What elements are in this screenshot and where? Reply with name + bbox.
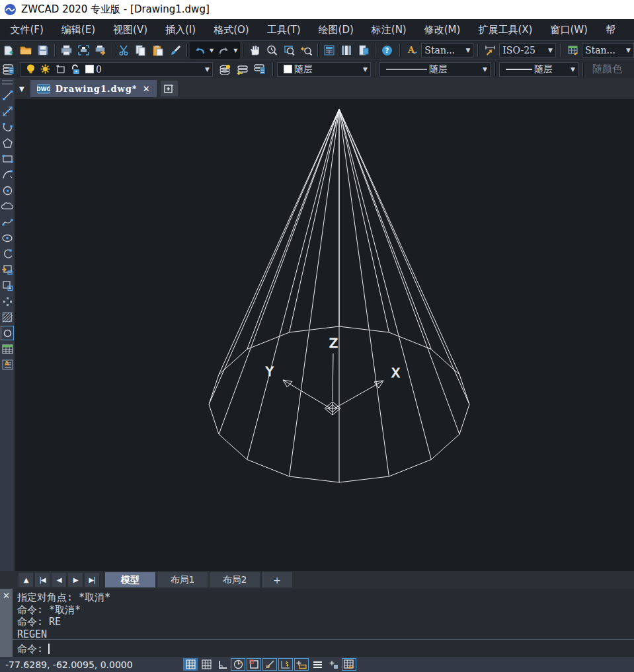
undo-dropdown[interactable]: ▼ bbox=[208, 48, 215, 54]
match-properties-button[interactable] bbox=[167, 42, 184, 58]
plot-button[interactable] bbox=[58, 42, 75, 58]
insert-block-tool[interactable] bbox=[0, 262, 15, 278]
first-tab-button[interactable]: |◀ bbox=[35, 573, 50, 587]
layer-combo[interactable]: 0 ▼ bbox=[20, 62, 213, 77]
rectangle-tool[interactable] bbox=[0, 151, 15, 167]
zoom-realtime-button[interactable] bbox=[263, 42, 280, 58]
object-snap-toggle[interactable] bbox=[247, 658, 261, 671]
menu-insert[interactable]: 插入(I) bbox=[157, 19, 205, 40]
drawing-canvas[interactable]: Z Y X bbox=[15, 99, 634, 571]
construction-line-tool[interactable] bbox=[0, 103, 15, 119]
dim-style-combo[interactable]: ISO-25▼ bbox=[499, 43, 556, 57]
layer-unlock-icon[interactable] bbox=[71, 64, 80, 75]
plot-preview-button[interactable] bbox=[75, 42, 92, 58]
annotation-scale-button[interactable] bbox=[326, 658, 340, 671]
close-tab-icon[interactable]: ✕ bbox=[143, 84, 150, 94]
tab-layout2[interactable]: 布局2 bbox=[210, 572, 260, 587]
prev-tab-button[interactable]: ◀ bbox=[52, 573, 66, 587]
mtext-tool[interactable]: A bbox=[0, 357, 15, 373]
linetype-combo[interactable]: 随层 ▼ bbox=[379, 62, 491, 77]
toolbar-grip[interactable] bbox=[2, 80, 13, 85]
menu-express-tools[interactable]: 扩展工具(X) bbox=[469, 19, 541, 40]
tool-palettes-button[interactable] bbox=[338, 42, 355, 58]
design-center-button[interactable] bbox=[355, 42, 372, 58]
layer-vp-freeze-icon[interactable] bbox=[56, 64, 65, 74]
pan-button[interactable] bbox=[246, 42, 263, 58]
layer-manager-button[interactable] bbox=[0, 61, 17, 77]
layer-on-icon[interactable] bbox=[26, 64, 35, 74]
document-tab-drawing1[interactable]: DWG Drawing1.dwg* ✕ bbox=[30, 80, 157, 97]
menu-file[interactable]: 文件(F) bbox=[1, 19, 52, 40]
help-button[interactable]: ? bbox=[378, 42, 395, 58]
command-window[interactable]: ✕ 指定对角点: *取消* 命令: *取消* 命令: RE REGEN 命令: bbox=[0, 589, 634, 657]
new-document-tab-button[interactable] bbox=[161, 81, 178, 96]
spline-tool[interactable] bbox=[0, 214, 15, 230]
polyline-tool[interactable] bbox=[0, 119, 15, 135]
layer-states-button[interactable] bbox=[251, 61, 268, 77]
paste-button[interactable] bbox=[149, 42, 167, 58]
cut-button[interactable] bbox=[115, 42, 132, 58]
tab-layout1[interactable]: 布局1 bbox=[157, 572, 208, 587]
open-button[interactable] bbox=[17, 42, 34, 58]
hatch-tool[interactable] bbox=[0, 309, 15, 325]
expand-tabs-button[interactable]: ▲ bbox=[19, 573, 33, 587]
layout-tab-bar: ▲ |◀ ◀ ▶ ▶| 模型 布局1 布局2 + bbox=[0, 571, 634, 589]
polygon-tool[interactable] bbox=[0, 135, 15, 151]
menu-edit[interactable]: 编辑(E) bbox=[52, 19, 104, 40]
status-menu-button[interactable] bbox=[310, 658, 325, 671]
menu-format[interactable]: 格式(O) bbox=[205, 19, 258, 40]
dynamic-input-toggle[interactable] bbox=[278, 658, 293, 671]
next-tab-button[interactable]: ▶ bbox=[68, 573, 83, 587]
layer-thaw-icon[interactable] bbox=[40, 64, 50, 74]
dim-style-value: ISO-25 bbox=[502, 45, 545, 56]
polar-tracking-toggle[interactable] bbox=[231, 658, 245, 671]
close-command-window-icon[interactable]: ✕ bbox=[3, 591, 10, 657]
point-tool[interactable] bbox=[0, 293, 15, 309]
line-tool[interactable] bbox=[0, 87, 15, 103]
add-layout-button[interactable]: + bbox=[262, 572, 292, 587]
ellipse-arc-tool[interactable] bbox=[0, 246, 15, 262]
redo-dropdown[interactable]: ▼ bbox=[232, 48, 239, 54]
redo-button[interactable] bbox=[215, 42, 232, 58]
snap-toggle[interactable] bbox=[199, 658, 214, 671]
donut-tool[interactable] bbox=[0, 325, 15, 341]
menu-window[interactable]: 窗口(W) bbox=[541, 19, 597, 40]
ellipse-tool[interactable] bbox=[0, 230, 15, 246]
properties-button[interactable] bbox=[321, 42, 338, 58]
menu-tools[interactable]: 工具(T) bbox=[258, 19, 309, 40]
ortho-toggle[interactable] bbox=[215, 658, 229, 671]
undo-button[interactable] bbox=[191, 42, 208, 58]
save-button[interactable] bbox=[34, 42, 52, 58]
circle-tool[interactable] bbox=[0, 182, 15, 198]
tab-model[interactable]: 模型 bbox=[105, 572, 155, 587]
command-prompt[interactable]: 命令: bbox=[17, 643, 50, 655]
lineweight-display-toggle[interactable] bbox=[294, 658, 309, 671]
table-style-combo[interactable]: Stan...▼ bbox=[582, 43, 634, 57]
command-window-grip[interactable]: ✕ bbox=[0, 589, 13, 657]
make-block-tool[interactable] bbox=[0, 278, 15, 293]
menu-draw[interactable]: 绘图(D) bbox=[309, 19, 362, 40]
menu-modify[interactable]: 修改(M) bbox=[415, 19, 469, 40]
menu-help[interactable]: 帮 bbox=[596, 19, 624, 40]
color-combo[interactable]: 随层 ▼ bbox=[277, 62, 371, 77]
layer-color-swatch[interactable] bbox=[85, 65, 94, 73]
text-style-combo[interactable]: Stan...▼ bbox=[421, 43, 473, 57]
plot-export-button[interactable] bbox=[92, 42, 109, 58]
zoom-previous-button[interactable] bbox=[297, 42, 315, 58]
arc-tool[interactable] bbox=[0, 167, 15, 182]
lineweight-combo[interactable]: 随层 ▼ bbox=[499, 62, 578, 77]
revcloud-tool[interactable] bbox=[0, 198, 15, 214]
menu-view[interactable]: 视图(V) bbox=[104, 19, 157, 40]
object-snap-tracking-toggle[interactable] bbox=[262, 658, 277, 671]
new-button[interactable] bbox=[0, 42, 17, 58]
tab-overflow-button[interactable]: ▼ bbox=[17, 85, 26, 93]
layer-previous-button[interactable] bbox=[234, 61, 251, 77]
copy-button[interactable] bbox=[132, 42, 149, 58]
last-tab-button[interactable]: ▶| bbox=[85, 573, 99, 587]
zoom-window-button[interactable] bbox=[280, 42, 297, 58]
grid-display-toggle[interactable] bbox=[183, 658, 198, 671]
model-paper-toggle[interactable] bbox=[342, 658, 356, 671]
menu-dimension[interactable]: 标注(N) bbox=[362, 19, 415, 40]
table-tool[interactable] bbox=[0, 341, 15, 357]
make-layer-current-button[interactable] bbox=[217, 61, 234, 77]
